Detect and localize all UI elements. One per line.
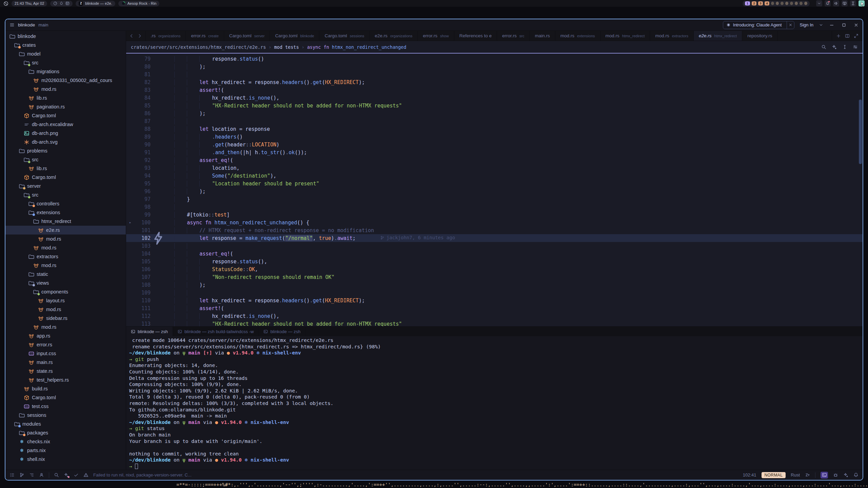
code-line[interactable]: 105 response.status(), bbox=[126, 258, 863, 265]
tree-item[interactable]: mod.rs bbox=[5, 243, 126, 252]
inline-assist-button[interactable] bbox=[832, 44, 837, 49]
code-line[interactable]: 94 Some("/destination"), bbox=[126, 172, 863, 180]
code-line[interactable]: 99 #[tokio::test] bbox=[126, 211, 863, 219]
tree-item[interactable]: db-arch.svg bbox=[5, 138, 126, 146]
code-line[interactable]: 109 bbox=[126, 289, 863, 297]
tree-item[interactable]: src bbox=[5, 155, 126, 164]
project-panel-toggle-icon[interactable] bbox=[9, 472, 15, 477]
code-line[interactable]: 85 "HX-Redirect header should not be add… bbox=[126, 102, 863, 109]
tree-item[interactable]: mod.rs bbox=[5, 261, 126, 270]
code-line[interactable]: 87 bbox=[126, 117, 863, 125]
code-line[interactable]: 107 "Non-redirect response should remain… bbox=[126, 273, 863, 281]
tree-item[interactable]: error.rs bbox=[5, 340, 126, 349]
tree-item[interactable]: problems bbox=[5, 146, 126, 155]
git-panel-toggle-icon[interactable] bbox=[19, 472, 24, 477]
code-line[interactable]: 108 ); bbox=[126, 281, 863, 289]
editor-tab[interactable]: error.rsshow bbox=[418, 31, 454, 41]
code-line[interactable]: 102 let response = make_request("/normal… bbox=[126, 234, 863, 242]
tree-item[interactable]: controllers bbox=[5, 199, 126, 208]
editor-tab[interactable]: e2e.rsorganizations bbox=[370, 31, 418, 41]
tree-item[interactable]: static bbox=[5, 270, 126, 279]
editor-tab[interactable]: mod.rsextractors bbox=[650, 31, 694, 41]
terminal-output[interactable]: create mode 100644 crates/server/src/ext… bbox=[126, 336, 863, 470]
minimize-button[interactable] bbox=[829, 23, 834, 27]
tree-item[interactable]: migrations bbox=[5, 67, 126, 76]
tree-item[interactable]: layout.rs bbox=[5, 296, 126, 305]
tree-item[interactable]: csstest.css bbox=[5, 402, 126, 411]
tree-item[interactable]: mod.rs bbox=[5, 323, 126, 331]
code-line[interactable]: 81 bbox=[126, 70, 863, 78]
editor-controls-button[interactable] bbox=[853, 44, 858, 49]
language-selector[interactable]: Rust bbox=[791, 472, 800, 477]
tree-item[interactable]: db-arch.png bbox=[5, 129, 126, 138]
project-panel[interactable]: blinkodecratesmodelsrcmigrationsm2026033… bbox=[5, 31, 126, 470]
statusbar-message[interactable]: Failed to run nil, nixd, package-version… bbox=[93, 472, 192, 477]
tree-item[interactable]: build.rs bbox=[5, 384, 126, 393]
workspace-dot[interactable] bbox=[771, 2, 774, 5]
code-line[interactable]: 80 ); bbox=[126, 63, 863, 70]
code-line[interactable]: 82 let hx_redirect = response.headers().… bbox=[126, 78, 863, 86]
tree-item[interactable]: lib.rs bbox=[5, 94, 126, 102]
tray-dropdown-button[interactable] bbox=[816, 0, 822, 6]
back-button[interactable] bbox=[129, 34, 134, 38]
buffer-search-button[interactable] bbox=[821, 44, 826, 49]
editor-tab[interactable]: main.rs bbox=[530, 31, 555, 41]
code-line[interactable]: 113 "HX-Redirect header should not be ad… bbox=[126, 320, 863, 326]
code-line[interactable]: 97 } bbox=[126, 195, 863, 203]
editor-tab[interactable]: mod.rsextensions bbox=[555, 31, 600, 41]
terminal-toggle-button[interactable] bbox=[821, 472, 828, 479]
workspace-badge[interactable]: 3 bbox=[758, 1, 763, 5]
editor-tab[interactable]: error.rscreate bbox=[186, 31, 224, 41]
focused-app-widget[interactable]: Z blinkode — e2e. bbox=[76, 1, 115, 6]
tree-item[interactable]: pagination.rs bbox=[5, 102, 126, 111]
tree-item[interactable]: views bbox=[5, 279, 126, 287]
volume-button[interactable] bbox=[833, 0, 839, 6]
tree-item[interactable]: ❄checks.nix bbox=[5, 437, 126, 446]
editor-tab[interactable]: repository.rs bbox=[742, 31, 777, 41]
tree-item[interactable]: cssinput.css bbox=[5, 349, 126, 358]
code-line[interactable]: 89 .headers() bbox=[126, 133, 863, 141]
code-line[interactable]: 84 hx_redirect.is_none(), bbox=[126, 94, 863, 102]
collab-panel-toggle-icon[interactable] bbox=[39, 472, 44, 477]
code-line[interactable]: 111 assert!( bbox=[126, 304, 863, 312]
idle-inhibit-button[interactable] bbox=[850, 0, 856, 6]
power-button[interactable] bbox=[859, 0, 865, 6]
fold-chevron-icon[interactable]: ▸ bbox=[126, 220, 134, 225]
code-line[interactable]: 86 ); bbox=[126, 109, 863, 117]
code-line[interactable]: 92 assert_eq!( bbox=[126, 156, 863, 164]
tree-item[interactable]: model bbox=[5, 49, 126, 58]
code-line[interactable]: 95 "Location header should be present" bbox=[126, 180, 863, 187]
editor-tab[interactable]: Cargo.tomlblinkode bbox=[270, 31, 319, 41]
tree-item[interactable]: e2e.rs bbox=[5, 226, 126, 235]
code-line[interactable]: 88 let location = response bbox=[126, 125, 863, 133]
tree-item[interactable]: state.rs bbox=[5, 367, 126, 375]
git-branch-label[interactable]: main bbox=[38, 22, 48, 27]
code-line[interactable]: ▸100 async fn htmx_non_redirect_unchange… bbox=[126, 219, 863, 226]
ai-assistant-icon[interactable] bbox=[64, 472, 69, 477]
code-line[interactable]: 79 response.status() bbox=[126, 55, 863, 63]
code-line[interactable]: 110 let hx_redirect = response.headers()… bbox=[126, 297, 863, 304]
terminal-tab[interactable]: blinkode — zsh bbox=[126, 327, 173, 336]
media-widget[interactable]: Aesop Rock - Rin bbox=[118, 1, 160, 6]
code-line[interactable]: 96 ); bbox=[126, 187, 863, 195]
workspace-dot[interactable] bbox=[776, 2, 779, 5]
notifications-button[interactable] bbox=[825, 0, 831, 6]
warning-icon[interactable] bbox=[83, 472, 88, 477]
outline-panel-toggle-icon[interactable] bbox=[29, 472, 34, 477]
code-line[interactable]: 93 location, bbox=[126, 164, 863, 172]
code-line[interactable]: 104 assert_eq!( bbox=[126, 250, 863, 258]
notifications-icon[interactable] bbox=[853, 472, 859, 477]
tree-item[interactable]: blinkode bbox=[5, 32, 126, 41]
code-line[interactable]: 101 // HTMX request + non-redirect respo… bbox=[126, 226, 863, 234]
breadcrumb[interactable]: crates/server/src/extensions/htmx_redire… bbox=[131, 44, 406, 50]
editor-tab[interactable]: e2e.rshtmx_redirect bbox=[694, 31, 742, 41]
editor-tab[interactable]: References to e bbox=[454, 31, 497, 41]
code-line[interactable]: 83 assert!( bbox=[126, 86, 863, 94]
terminal-tab[interactable]: blinkode — zsh bbox=[259, 327, 305, 336]
terminal-tab[interactable]: blinkode — zsh build-tailwindcss -w bbox=[173, 327, 259, 336]
tree-item[interactable]: Cargo.toml bbox=[5, 111, 126, 120]
tree-item[interactable]: ❄shell.nix bbox=[5, 455, 126, 464]
editor-scrollbar-thumb[interactable] bbox=[859, 100, 862, 164]
debug-icon[interactable] bbox=[833, 472, 838, 477]
code-line[interactable]: 90 .get(header::LOCATION) bbox=[126, 141, 863, 148]
